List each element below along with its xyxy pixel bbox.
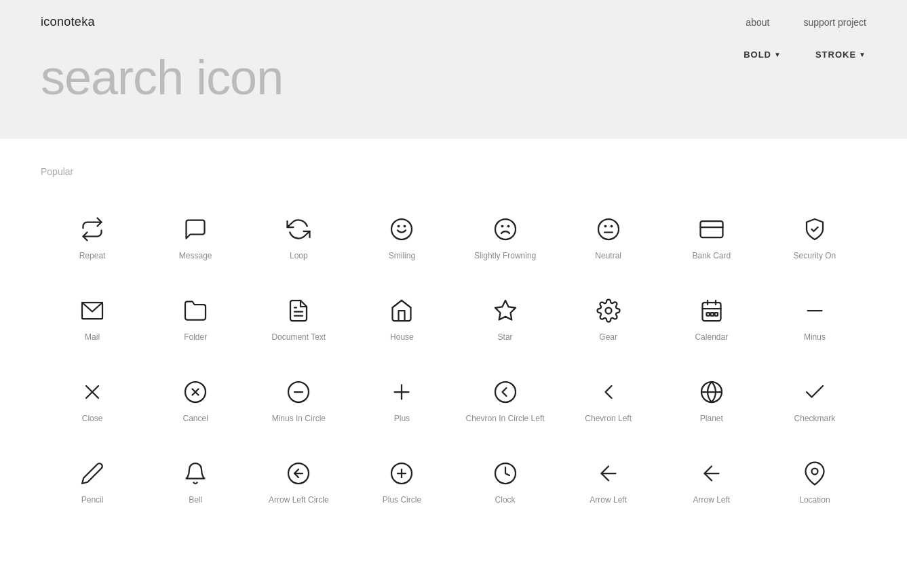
location-icon [801, 460, 828, 487]
planet-icon [698, 378, 725, 406]
neutral-icon [595, 216, 622, 243]
icon-row-3: Close Cancel Minus In Circle Plus Chevro [41, 360, 866, 435]
planet-icon-cell[interactable]: Planet [660, 360, 763, 435]
smiling-icon-cell[interactable]: Smiling [350, 197, 453, 272]
neutral-icon-cell[interactable]: Neutral [557, 197, 660, 272]
security-on-icon-cell[interactable]: Security On [763, 197, 866, 272]
arrow-left-icon-cell[interactable]: Arrow Left [557, 442, 660, 516]
svg-point-6 [598, 219, 619, 239]
arrow-left-icon [595, 460, 622, 487]
close-icon-cell[interactable]: Close [41, 360, 144, 435]
svg-point-3 [495, 219, 516, 239]
house-label: House [390, 332, 414, 343]
logo[interactable]: iconoteka [41, 15, 95, 29]
style-controls: BOLD ▼ STROKE ▼ [744, 50, 866, 66]
svg-point-46 [811, 469, 817, 475]
minus-circle-icon-cell[interactable]: Minus In Circle [247, 360, 350, 435]
support-link[interactable]: support project [803, 17, 866, 28]
minus-icon-cell[interactable]: Minus [763, 279, 866, 353]
repeat-icon-cell[interactable]: Repeat [41, 197, 144, 272]
navbar: iconoteka about support project [41, 0, 866, 50]
bank-card-icon-cell[interactable]: Bank Card [660, 197, 763, 272]
folder-icon-cell[interactable]: Folder [144, 279, 247, 353]
plus-circle-icon-cell[interactable]: Plus Circle [350, 442, 453, 516]
house-icon-cell[interactable]: House [350, 279, 453, 353]
arrow-left-circle-icon-cell[interactable]: Arrow Left Circle [247, 442, 350, 516]
checkmark-icon-cell[interactable]: Checkmark [763, 360, 866, 435]
plus-label: Plus [394, 414, 410, 425]
smiling-label: Smiling [389, 251, 415, 262]
bold-button[interactable]: BOLD ▼ [744, 50, 781, 60]
svg-rect-24 [714, 313, 718, 316]
loop-icon [285, 216, 312, 243]
about-link[interactable]: about [746, 17, 769, 28]
gear-icon-cell[interactable]: Gear [557, 279, 660, 353]
close-icon [79, 378, 106, 406]
cancel-icon [182, 378, 209, 406]
repeat-label: Repeat [79, 251, 106, 262]
chevron-left-icon-cell[interactable]: Chevron Left [557, 360, 660, 435]
nav-links: about support project [746, 17, 866, 28]
document-text-icon-cell[interactable]: Document Text [247, 279, 350, 353]
checkmark-icon [801, 378, 828, 406]
mail-icon-cell[interactable]: Mail [41, 279, 144, 353]
calendar-icon [698, 297, 725, 324]
chevron-left-icon [595, 378, 622, 406]
slightly-frowning-icon-cell[interactable]: Slightly Frowning [454, 197, 557, 272]
plus-icon-cell[interactable]: Plus [350, 360, 453, 435]
minus-circle-label: Minus In Circle [272, 414, 326, 425]
section-title: Popular [41, 166, 866, 177]
folder-label: Folder [184, 332, 207, 343]
plus-circle-label: Plus Circle [383, 495, 421, 506]
hero-section: iconoteka about support project search i… [0, 0, 907, 139]
bold-arrow: ▼ [774, 51, 781, 58]
star-icon-cell[interactable]: Star [454, 279, 557, 353]
checkmark-label: Checkmark [794, 414, 836, 425]
pencil-label: Pencil [81, 495, 104, 506]
icon-row-1: Repeat Message Loop Smiling Slightly Fro [41, 197, 866, 272]
security-on-icon [801, 216, 828, 243]
cancel-icon-cell[interactable]: Cancel [144, 360, 247, 435]
bell-label: Bell [189, 495, 202, 506]
mail-icon [79, 297, 106, 324]
bank-card-icon [698, 216, 725, 243]
clock-icon-cell[interactable]: Clock [454, 442, 557, 516]
clock-icon [492, 460, 519, 487]
security-on-label: Security On [794, 251, 836, 262]
gear-icon [595, 297, 622, 324]
calendar-icon-cell[interactable]: Calendar [660, 279, 763, 353]
folder-icon [182, 297, 209, 324]
location-icon-cell[interactable]: Location [763, 442, 866, 516]
message-icon-cell[interactable]: Message [144, 197, 247, 272]
message-icon [182, 216, 209, 243]
planet-label: Planet [700, 414, 723, 425]
mail-label: Mail [85, 332, 100, 343]
star-icon [492, 297, 519, 324]
smiling-icon [388, 216, 415, 243]
loop-label: Loop [290, 251, 308, 262]
svg-rect-10 [700, 221, 722, 237]
house-icon [388, 297, 415, 324]
chevron-circle-left-icon [492, 378, 519, 406]
bell-icon [182, 460, 209, 487]
arrow-left-2-label: Arrow Left [693, 495, 730, 506]
bell-icon-cell[interactable]: Bell [144, 442, 247, 516]
slightly-frowning-icon [492, 216, 519, 243]
plus-icon [388, 378, 415, 406]
minus-label: Minus [804, 332, 826, 343]
pencil-icon-cell[interactable]: Pencil [41, 442, 144, 516]
chevron-circle-left-label: Chevron In Circle Left [466, 414, 545, 425]
main-content: Popular Repeat Message Loop Smiling [0, 139, 907, 550]
arrow-left-2-icon-cell[interactable]: Arrow Left [660, 442, 763, 516]
svg-point-35 [495, 382, 516, 402]
search-title: search icon [41, 50, 283, 112]
chevron-circle-left-icon-cell[interactable]: Chevron In Circle Left [454, 360, 557, 435]
stroke-button[interactable]: STROKE ▼ [815, 50, 866, 60]
loop-icon-cell[interactable]: Loop [247, 197, 350, 272]
document-text-icon [285, 297, 312, 324]
svg-rect-23 [710, 313, 714, 316]
close-label: Close [82, 414, 103, 425]
minus-icon [801, 297, 828, 324]
gear-label: Gear [599, 332, 617, 343]
svg-marker-16 [495, 300, 516, 320]
